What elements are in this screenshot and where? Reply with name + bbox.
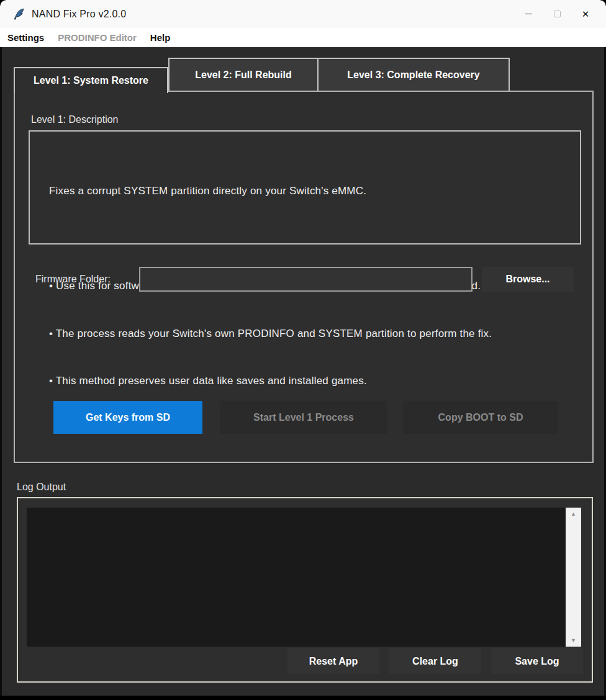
firmware-folder-label: Firmware Folder: <box>35 274 111 285</box>
browse-button[interactable]: Browse... <box>482 267 574 292</box>
description-bullet: • The process reads your Switch's own PR… <box>49 326 580 342</box>
log-output-label: Log Output <box>17 482 66 493</box>
minimize-button[interactable] <box>514 0 543 28</box>
scroll-up-icon[interactable]: ▲ <box>571 508 576 520</box>
firmware-folder-input[interactable] <box>139 267 473 292</box>
maximize-button[interactable] <box>543 0 571 28</box>
log-scrollbar[interactable]: ▲ ▼ <box>566 508 581 647</box>
description-spacer <box>49 231 580 247</box>
minimize-icon <box>525 14 532 14</box>
log-output-group-box: ▲ ▼ Reset App Clear Log Save Log <box>17 497 593 683</box>
window-bottom-edge <box>0 696 606 700</box>
description-bullet: • This method preserves user data like s… <box>49 373 580 389</box>
title-bar[interactable]: NAND Fix Pro v2.0.0 ✕ <box>0 0 606 28</box>
tab-label: Level 2: Full Rebuild <box>195 70 292 81</box>
menu-bar: Settings PRODINFO Editor Help <box>0 28 606 47</box>
tab-label: Level 3: Complete Recovery <box>347 70 479 81</box>
tab-level-3-complete-recovery[interactable]: Level 3: Complete Recovery <box>317 58 510 92</box>
level-1-pane: Level 1: Description Fixes a corrupt SYS… <box>14 91 594 463</box>
start-level-1-process-button: Start Level 1 Process <box>220 401 387 434</box>
description-intro: Fixes a corrupt SYSTEM partition directl… <box>49 183 580 199</box>
copy-boot-to-sd-button: Copy BOOT to SD <box>403 401 558 434</box>
log-text-area[interactable] <box>27 508 566 647</box>
reset-app-button[interactable]: Reset App <box>287 648 379 674</box>
window-title: NAND Fix Pro v2.0.0 <box>32 9 126 20</box>
menu-settings[interactable]: Settings <box>1 28 51 47</box>
tab-level-2-full-rebuild[interactable]: Level 2: Full Rebuild <box>168 58 319 92</box>
caption-buttons: ✕ <box>514 0 606 28</box>
save-log-button[interactable]: Save Log <box>491 648 583 674</box>
maximize-icon <box>554 11 561 17</box>
menu-help[interactable]: Help <box>143 28 178 47</box>
description-group-label: Level 1: Description <box>31 114 119 125</box>
close-button[interactable]: ✕ <box>571 0 600 28</box>
menu-prodinfo-editor: PRODINFO Editor <box>51 28 143 47</box>
tab-level-1-system-restore[interactable]: Level 1: System Restore <box>14 67 168 93</box>
close-icon: ✕ <box>582 9 590 19</box>
app-window: NAND Fix Pro v2.0.0 ✕ Settings PRODINFO … <box>0 0 606 700</box>
main-content: Level 2: Full Rebuild Level 3: Complete … <box>0 47 606 696</box>
scroll-down-icon[interactable]: ▼ <box>571 634 576 647</box>
get-keys-from-sd-button[interactable]: Get Keys from SD <box>53 401 202 434</box>
description-group-box: Fixes a corrupt SYSTEM partition directl… <box>29 130 581 245</box>
python-feather-icon <box>12 7 26 21</box>
tab-label: Level 1: System Restore <box>34 75 148 86</box>
clear-log-button[interactable]: Clear Log <box>389 648 481 674</box>
